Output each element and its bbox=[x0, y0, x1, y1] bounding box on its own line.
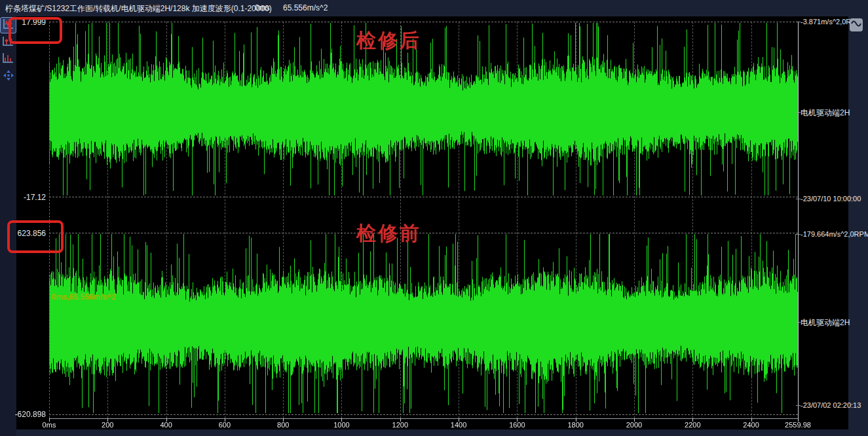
timestamp-chart2: -23/07/02 02:20:13 bbox=[801, 401, 861, 409]
vibration-analysis-app: 柠条塔煤矿/S1232工作面/转载机/电机驱动端2H/128k 加速度波形(0.… bbox=[0, 0, 868, 436]
annotation-box-ymax-chart1 bbox=[9, 17, 62, 44]
ymax-gridline-chart2 bbox=[49, 233, 798, 233]
pan-move-icon bbox=[3, 69, 14, 84]
cursor-value-readout: 65.556m/s^2 bbox=[283, 3, 328, 12]
leader-line bbox=[796, 199, 801, 199]
timestamp-chart1: -23/07/10 10:00:00 bbox=[801, 195, 861, 203]
cursor-amplitude-chart2: -179.664m/s^2,0RPM bbox=[801, 230, 868, 238]
x-tick-label: 1000 bbox=[333, 421, 349, 429]
title-bar: 柠条塔煤矿/S1232工作面/转载机/电机驱动端2H/128k 加速度波形(0.… bbox=[0, 0, 868, 16]
leader-line bbox=[796, 322, 801, 323]
ymax-gridline-chart1 bbox=[49, 22, 798, 22]
x-axis-line bbox=[49, 418, 799, 419]
ymin-label-chart1: -17.12 bbox=[0, 193, 46, 202]
plot-region[interactable] bbox=[49, 22, 798, 418]
x-tick-label: 200 bbox=[102, 421, 113, 429]
x-tick-label: 2559.98 bbox=[785, 421, 811, 429]
ymin-label-chart2: -620.898 bbox=[0, 410, 46, 419]
annotation-box-ymax-chart2 bbox=[7, 220, 64, 253]
cursor-value-tag: 0ms,65.556m/s^2 bbox=[52, 292, 116, 302]
leader-line bbox=[796, 405, 801, 406]
channel-label-chart2: 电机驱动端2H bbox=[801, 317, 850, 328]
channel-label-chart1: 电机驱动端2H bbox=[801, 108, 850, 119]
x-tick-label: 0ms bbox=[43, 421, 56, 429]
waveform-view-button[interactable] bbox=[850, 18, 863, 31]
x-tick-label: 400 bbox=[160, 421, 172, 429]
x-tick-label: 1400 bbox=[451, 421, 466, 429]
right-panel-strip bbox=[848, 16, 868, 436]
annotation-after-repair: 检修后 bbox=[356, 28, 421, 54]
ymin-gridline-chart1 bbox=[49, 197, 798, 197]
x-tick-label: 600 bbox=[219, 421, 231, 429]
sine-wave-icon bbox=[851, 18, 861, 31]
bottom-panel-strip bbox=[16, 429, 848, 436]
x-tick-label: 800 bbox=[277, 421, 289, 429]
spectrum-stems-icon bbox=[2, 52, 14, 67]
x-tick-label: 2000 bbox=[626, 421, 642, 429]
spectrum-stems-tool-button[interactable] bbox=[1, 52, 16, 67]
leader-line bbox=[796, 112, 801, 113]
leader-line bbox=[796, 22, 801, 22]
annotation-before-repair: 检修前 bbox=[356, 220, 421, 247]
ymin-gridline-chart2 bbox=[49, 414, 798, 415]
x-tick-label: 1200 bbox=[392, 421, 408, 429]
waveform-after-repair[interactable] bbox=[49, 22, 798, 197]
cursor-time-readout: 0ms bbox=[255, 3, 270, 12]
pan-tool-button[interactable] bbox=[1, 69, 16, 84]
measurement-path-title: 柠条塔煤矿/S1232工作面/转载机/电机驱动端2H/128k 加速度波形(0.… bbox=[5, 3, 272, 14]
leader-line bbox=[796, 234, 801, 235]
x-tick-label: 1800 bbox=[567, 421, 583, 429]
plot-right-border bbox=[798, 22, 799, 418]
x-tick-label: 1600 bbox=[509, 421, 525, 429]
x-tick-label: 2400 bbox=[743, 421, 759, 429]
x-tick-label: 2200 bbox=[685, 421, 700, 429]
waveform-before-repair[interactable] bbox=[49, 233, 798, 414]
